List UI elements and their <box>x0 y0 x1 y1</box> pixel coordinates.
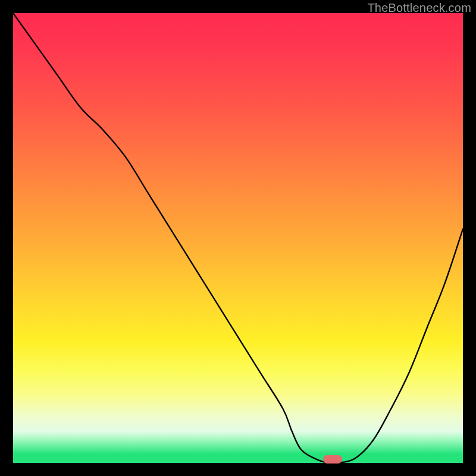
bottleneck-curve <box>13 13 463 464</box>
watermark-text: TheBottleneck.com <box>367 1 471 15</box>
chart-curve-layer <box>13 13 463 463</box>
chart-stage: TheBottleneck.com <box>0 0 476 476</box>
optimal-marker <box>323 455 342 464</box>
